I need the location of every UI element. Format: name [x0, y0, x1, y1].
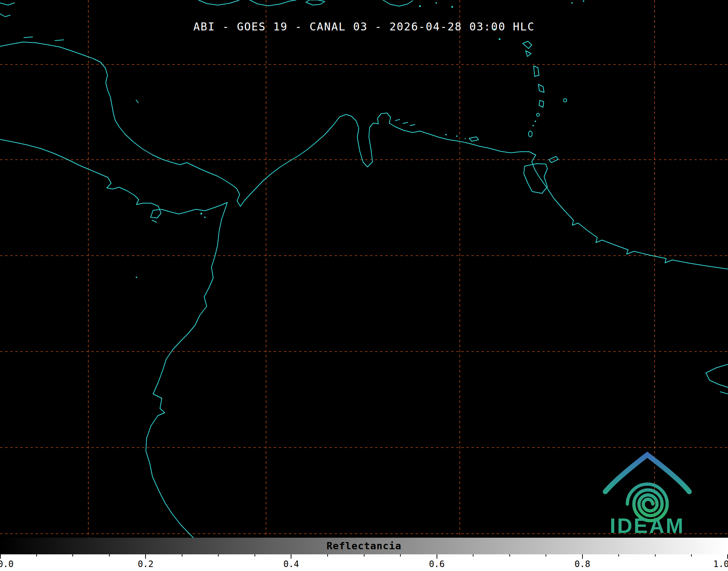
colorbar-label: Reflectancia — [0, 540, 728, 551]
island-dot — [583, 0, 584, 2]
ideam-logo: IDEAM — [605, 455, 689, 537]
colorbar-ticks: 0.00.20.40.60.81.0 — [0, 554, 728, 571]
abc-islands — [395, 119, 479, 141]
colorbar-tick — [509, 554, 510, 557]
colorbar-tick — [400, 554, 401, 557]
colorbar-tick — [109, 554, 110, 557]
graticule — [0, 0, 728, 538]
coastline-fragment-top-left-corner — [0, 3, 14, 5]
colorbar-tick — [437, 554, 437, 559]
satellite-image-viewer: { "header": { "title": "ABI - GOES 19 - … — [0, 0, 728, 571]
colorbar-tick — [546, 554, 546, 557]
colorbar-tick — [291, 554, 291, 559]
colorbar-tick-label: 0.2 — [138, 559, 153, 569]
colorbar-tick — [72, 554, 73, 557]
coastlines — [0, 0, 728, 538]
coastline-caribbean-mainland — [0, 42, 728, 269]
image-title: ABI - GOES 19 - CANAL 03 - 2026-04-28 03… — [0, 20, 728, 33]
coastline-fragment-jamaica — [198, 0, 239, 5]
colorbar-tick — [364, 554, 365, 557]
coastline-fragment-amazon — [706, 364, 728, 387]
pacific-islands — [136, 213, 206, 278]
colorbar-tick — [655, 554, 656, 557]
colorbar-tick-label: 0.6 — [429, 559, 445, 569]
colorbar-tick-label: 0.4 — [283, 559, 299, 569]
island-dot — [571, 2, 573, 4]
colorbar-tick-label: 1.0 — [713, 559, 728, 569]
island-dot — [435, 2, 437, 4]
colorbar: Reflectancia — [0, 538, 728, 554]
colorbar-tick-label: 0.8 — [575, 559, 590, 569]
colorbar-tick-label: 0.0 — [0, 559, 13, 569]
island-dot — [451, 6, 453, 8]
coastline-pacific-mainland — [0, 139, 227, 538]
colorbar-tick — [0, 554, 1, 559]
colorbar-tick — [327, 554, 328, 557]
ideam-mountain-icon — [605, 455, 689, 492]
colorbar-tick — [36, 554, 37, 557]
island-trinidad — [524, 164, 547, 193]
island-hispaniola-east — [306, 0, 325, 5]
colorbar-tick — [182, 554, 182, 557]
colorbar-tick — [582, 554, 583, 559]
colorbar-tick — [618, 554, 619, 557]
colorbar-tick — [218, 554, 219, 557]
colorbar-tick — [145, 554, 146, 559]
colorbar-tick — [473, 554, 474, 557]
coastline-fragment-top-left — [0, 14, 10, 17]
ideam-wordmark: IDEAM — [610, 514, 685, 537]
satellite-map: IDEAM — [0, 0, 728, 538]
coastline-fragment-hispaniola — [250, 0, 296, 6]
island-san-andres — [136, 100, 138, 103]
island-bay-islands — [24, 37, 64, 41]
coastline-fragment-puerto-rico — [383, 0, 413, 6]
lesser-antilles — [494, 28, 567, 137]
island-dot — [419, 5, 421, 7]
colorbar-tick — [254, 554, 255, 557]
colorbar-tick — [691, 554, 692, 557]
coastline-fragment-right-edge — [720, 392, 728, 394]
